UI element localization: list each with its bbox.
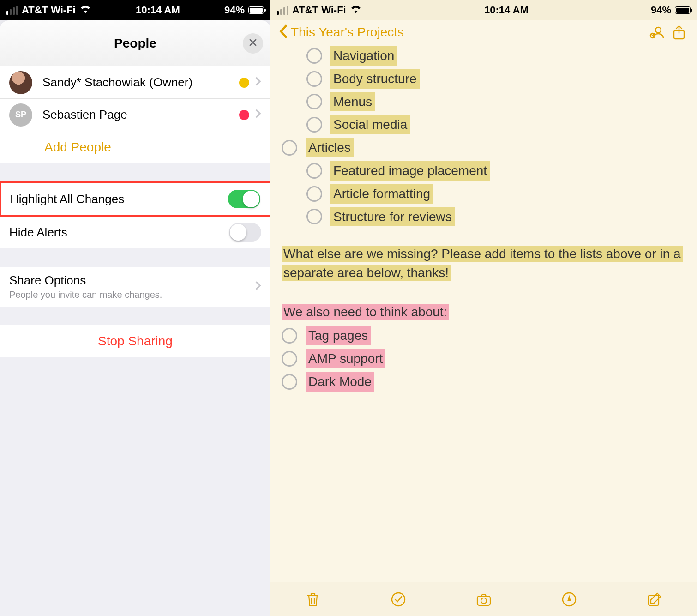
people-sheet-screen: AT&T Wi-Fi 10:14 AM 94% People	[0, 0, 270, 616]
checklist-text: Dark Mode	[306, 372, 374, 392]
svg-point-5	[392, 593, 405, 606]
person-color-dot	[239, 110, 249, 120]
clock: 10:14 AM	[136, 4, 180, 16]
chevron-right-icon	[255, 75, 261, 90]
back-label[interactable]: This Year's Projects	[291, 25, 404, 40]
checkbox-icon[interactable]	[306, 117, 322, 133]
note-body[interactable]: Navigation Body structure Menus Social m…	[270, 44, 697, 403]
checkbox-icon[interactable]	[282, 351, 297, 367]
share-icon[interactable]	[669, 23, 689, 42]
status-bar: AT&T Wi-Fi 10:14 AM 94%	[270, 0, 697, 20]
checklist-text: Articles	[306, 138, 354, 157]
checklist-item[interactable]: Article formatting	[270, 182, 697, 205]
notes-screen: AT&T Wi-Fi 10:14 AM 94% This Year's Proj…	[270, 0, 697, 616]
highlighted-text: What else are we missing? Please add ite…	[282, 246, 683, 281]
checklist-item[interactable]: Structure for reviews	[270, 205, 697, 229]
checklist-item[interactable]: Articles	[270, 136, 697, 159]
checklist-text: Article formatting	[330, 184, 433, 204]
status-bar: AT&T Wi-Fi 10:14 AM 94%	[0, 0, 270, 20]
checklist-item[interactable]: Social media	[270, 113, 697, 136]
camera-icon[interactable]	[474, 590, 493, 609]
person-name: Sebastien Page	[42, 108, 127, 122]
sheet-header: People	[0, 20, 270, 66]
sheet-title: People	[114, 36, 156, 51]
hide-alerts-toggle[interactable]	[229, 223, 261, 242]
toggles-section: Highlight All Changes Hide Alerts	[0, 181, 270, 248]
checkbox-icon[interactable]	[306, 48, 322, 64]
signal-icon	[277, 6, 288, 15]
share-options-subtitle: People you invite can make changes.	[9, 290, 162, 300]
trash-icon[interactable]	[303, 590, 323, 609]
battery-icon	[248, 6, 264, 14]
markup-icon[interactable]	[559, 590, 579, 609]
checklist-text: Navigation	[330, 46, 397, 66]
highlight-all-changes-label: Highlight All Changes	[10, 192, 124, 206]
people-list: Sandy* Stachowiak (Owner) SP Sebastien P…	[0, 66, 270, 163]
checkbox-icon[interactable]	[306, 94, 322, 109]
add-people-label: Add People	[44, 140, 111, 155]
hide-alerts-label: Hide Alerts	[9, 225, 67, 240]
checkbox-icon[interactable]	[282, 328, 297, 344]
battery-icon	[675, 6, 691, 14]
close-icon	[248, 38, 258, 49]
back-button[interactable]	[279, 24, 288, 41]
highlighted-text: We also need to think about:	[282, 304, 449, 320]
checklist-item[interactable]: Tag pages	[270, 324, 697, 347]
note-paragraph[interactable]: What else are we missing? Please add ite…	[282, 245, 686, 282]
person-row[interactable]: SP Sebastien Page	[0, 99, 270, 131]
carrier-label: AT&T Wi-Fi	[22, 4, 76, 16]
add-people-button[interactable]: Add People	[0, 131, 270, 163]
compose-icon[interactable]	[645, 590, 664, 609]
person-name: Sandy* Stachowiak (Owner)	[42, 75, 192, 90]
checklist-item[interactable]: AMP support	[270, 347, 697, 370]
checkbox-icon[interactable]	[306, 186, 322, 202]
person-row[interactable]: Sandy* Stachowiak (Owner)	[0, 66, 270, 99]
checklist-item[interactable]: Navigation	[270, 44, 697, 67]
stop-sharing-label: Stop Sharing	[98, 334, 173, 349]
collaborate-icon[interactable]	[647, 23, 667, 42]
svg-point-7	[481, 598, 487, 604]
hide-alerts-row[interactable]: Hide Alerts	[0, 216, 270, 248]
stop-sharing-button[interactable]: Stop Sharing	[0, 325, 270, 357]
note-paragraph[interactable]: We also need to think about:	[282, 303, 686, 322]
clock: 10:14 AM	[484, 4, 529, 16]
chevron-right-icon	[255, 108, 261, 122]
checkbox-icon[interactable]	[282, 140, 297, 156]
wifi-icon	[79, 4, 91, 16]
avatar	[9, 71, 32, 94]
svg-point-2	[655, 27, 661, 33]
note-content: This Year's Projects Navigation Body str…	[270, 20, 697, 582]
battery-pct: 94%	[224, 4, 245, 16]
checklist-text: Tag pages	[306, 326, 371, 345]
signal-icon	[6, 6, 18, 15]
highlight-all-changes-row[interactable]: Highlight All Changes	[1, 183, 270, 215]
checklist-text: Menus	[330, 92, 375, 112]
close-button[interactable]	[243, 33, 263, 54]
battery-pct: 94%	[651, 4, 671, 16]
person-color-dot	[239, 78, 249, 88]
share-options-label: Share Options	[9, 273, 86, 288]
checkmark-circle-icon[interactable]	[389, 590, 408, 609]
chevron-right-icon	[255, 280, 261, 294]
checklist-text: Social media	[330, 115, 410, 134]
wifi-icon	[350, 4, 362, 16]
checklist-text: AMP support	[306, 349, 385, 368]
checklist-text: Structure for reviews	[330, 207, 455, 227]
checkbox-icon[interactable]	[282, 374, 297, 390]
checklist-item[interactable]: Featured image placement	[270, 159, 697, 182]
share-options-row[interactable]: Share Options People you invite can make…	[0, 267, 270, 307]
carrier-label: AT&T Wi-Fi	[292, 4, 346, 16]
notes-toolbar	[270, 582, 697, 616]
checkbox-icon[interactable]	[306, 71, 322, 87]
people-sheet: People Sandy* Stachowiak (Owner) SP Seba…	[0, 20, 270, 616]
checklist-item[interactable]: Body structure	[270, 67, 697, 91]
checklist-item[interactable]: Menus	[270, 91, 697, 114]
avatar: SP	[9, 103, 32, 127]
checklist-text: Body structure	[330, 69, 420, 89]
checkbox-icon[interactable]	[306, 163, 322, 179]
checkbox-icon[interactable]	[306, 209, 322, 224]
highlight-toggle[interactable]	[228, 190, 260, 208]
checklist-item[interactable]: Dark Mode	[270, 370, 697, 393]
checklist-text: Featured image placement	[330, 161, 490, 181]
notes-nav-bar: This Year's Projects	[270, 20, 697, 44]
